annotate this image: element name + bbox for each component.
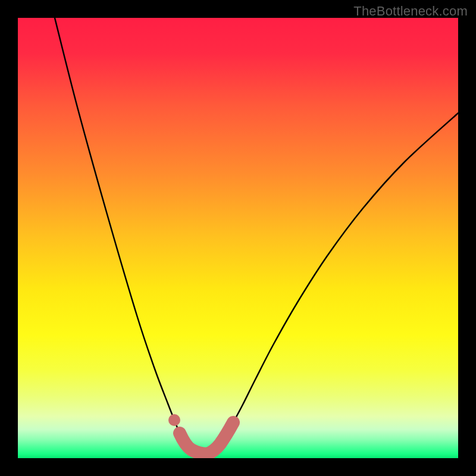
- watermark-text: TheBottleneck.com: [353, 4, 468, 19]
- svg-point-1: [168, 414, 180, 426]
- bottleneck-curve: [18, 18, 458, 458]
- plot-frame: [18, 18, 458, 458]
